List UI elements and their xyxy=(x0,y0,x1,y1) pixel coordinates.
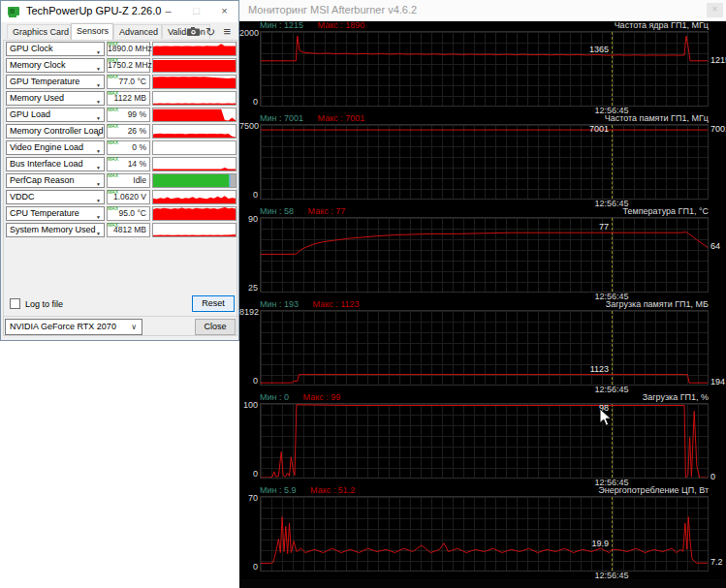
sensors-tab-page: GPU Clock ▼ MAX 1890.0 MHz Memory Clock … xyxy=(3,40,237,336)
max-tag: MAX xyxy=(108,140,118,145)
sensor-select-dropdown[interactable]: PerfCap Reason ▼ xyxy=(6,173,105,188)
sensor-row: Memory Used ▼ MAX 1122 MB xyxy=(4,90,237,107)
tab-graphics-card[interactable]: Graphics Card xyxy=(7,24,71,39)
y-axis-max-label: 70 xyxy=(239,493,258,503)
gpuz-window-title: TechPowerUp GPU-Z 2.26.0 xyxy=(26,5,161,16)
tab-advanced[interactable]: Advanced xyxy=(113,24,162,39)
monitor-panel: Мин : 193 Макс : 1123 Загрузка памяти ГП… xyxy=(239,300,726,393)
sensor-row: Video Engine Load ▼ MAX 0 % xyxy=(4,139,237,156)
mouse-cursor xyxy=(599,408,613,427)
max-tag: MAX xyxy=(108,223,118,228)
y-axis-max-label: 100 xyxy=(239,400,258,410)
log-to-file-checkbox[interactable] xyxy=(10,298,20,309)
sensor-row: System Memory Used ▼ MAX 4812 MB xyxy=(4,222,237,238)
sensor-label: Memory Clock xyxy=(10,60,66,70)
sensor-row: Bus Interface Load ▼ MAX 14 % xyxy=(4,156,237,172)
sensor-row: Memory Controller Load ▼ MAX 26 % xyxy=(4,123,237,139)
reset-button[interactable]: Reset xyxy=(192,295,235,312)
marker-value-label: 19.9 xyxy=(591,539,609,548)
dropdown-arrow-icon: ▼ xyxy=(96,228,101,237)
tab-sensors[interactable]: Sensors xyxy=(71,23,113,40)
y-axis-min-label: 0 xyxy=(241,97,258,107)
gpuz-close-button[interactable]: Close xyxy=(195,319,236,335)
sensor-label: Video Engine Load xyxy=(10,142,83,152)
marker-value-label: 7001 xyxy=(589,124,609,134)
sensor-select-dropdown[interactable]: GPU Temperature ▼ xyxy=(6,75,105,89)
panel-stats-header: Мин : 1215 Макс : 1890 xyxy=(260,21,364,30)
max-tag: MAX xyxy=(108,75,118,79)
sensor-select-dropdown[interactable]: Bus Interface Load ▼ xyxy=(6,157,105,171)
y-axis-min-label: 25 xyxy=(241,283,258,293)
sensor-row: GPU Clock ▼ MAX 1890.0 MHz xyxy=(4,41,237,57)
max-tag: MAX xyxy=(108,190,118,195)
current-value-label: 1215 xyxy=(710,55,726,65)
minimize-button[interactable]: – xyxy=(154,1,182,21)
close-button[interactable]: × xyxy=(210,1,238,21)
sensor-select-dropdown[interactable]: VDDC ▼ xyxy=(6,190,105,204)
max-tag: MAX xyxy=(108,173,118,178)
sensor-select-dropdown[interactable]: CPU Temperature ▼ xyxy=(6,206,105,221)
graph-plot xyxy=(260,124,709,200)
afterburner-close-button[interactable]: × xyxy=(707,3,723,17)
marker-value-label: 77 xyxy=(599,222,609,232)
sensor-select-dropdown[interactable]: Memory Controller Load ▼ xyxy=(6,124,105,139)
refresh-icon[interactable]: ↻ xyxy=(205,25,215,39)
gpu-select-value: NVIDIA GeForce RTX 2070 xyxy=(10,322,116,331)
sensor-mini-graph xyxy=(152,108,237,122)
dropdown-arrow-icon: ▼ xyxy=(96,211,101,221)
gpuz-footer: NVIDIA GeForce RTX 2070 ∨ Close xyxy=(4,316,238,337)
sensor-label: Bus Interface Load xyxy=(10,159,83,169)
current-value-label: 194 xyxy=(710,377,725,387)
monitor-panel: Мин : 1215 Макс : 1890 Частота ядра ГП1,… xyxy=(239,21,726,114)
dropdown-arrow-icon: ▼ xyxy=(96,195,101,204)
max-stat-label: Макс : 99 xyxy=(303,392,341,402)
sensor-mini-graph xyxy=(152,58,237,73)
max-tag: MAX xyxy=(108,42,118,46)
min-stat-label: Мин : 0 xyxy=(260,392,289,402)
min-stat-label: Мин : 193 xyxy=(260,299,299,309)
sensor-mini-graph xyxy=(152,206,237,221)
menu-icon[interactable]: ≡ xyxy=(223,25,231,39)
panel-title: Температура ГП1, °C xyxy=(623,207,709,216)
max-tag: MAX xyxy=(108,91,118,96)
desktop: TechPowerUp GPU-Z 2.26.0 – □ × Graphics … xyxy=(0,0,726,588)
sensor-row: PerfCap Reason ▼ MAX Idle xyxy=(4,172,237,189)
sensor-select-dropdown[interactable]: System Memory Used ▼ xyxy=(6,223,105,237)
y-axis-min-label: 0 xyxy=(241,376,258,386)
max-stat-label: Макс : 1890 xyxy=(318,20,365,30)
panel-title: Энергопотребление ЦП, Вт xyxy=(598,486,709,495)
sensor-select-dropdown[interactable]: Memory Used ▼ xyxy=(6,91,105,106)
graph-plot xyxy=(260,310,709,386)
gpu-select-dropdown[interactable]: NVIDIA GeForce RTX 2070 ∨ xyxy=(5,319,142,335)
max-stat-label: Макс : 51.2 xyxy=(310,485,355,495)
max-stat-label: Макс : 1123 xyxy=(313,299,360,309)
dropdown-arrow-icon: ▼ xyxy=(96,162,101,171)
panel-stats-header: Мин : 0 Макс : 99 xyxy=(260,393,340,402)
afterburner-window-title: Мониторинг MSI Afterburner v4.6.2 xyxy=(248,4,417,15)
y-axis-min-label: 0 xyxy=(241,469,258,479)
dropdown-arrow-icon: ▼ xyxy=(96,145,101,155)
dropdown-arrow-icon: ▼ xyxy=(96,178,101,188)
panel-title: Загрузка ГП1, % xyxy=(643,393,709,402)
max-tag: MAX xyxy=(108,124,118,129)
sensor-mini-graph xyxy=(152,157,237,171)
sensor-select-dropdown[interactable]: Video Engine Load ▼ xyxy=(6,140,105,155)
screenshot-camera-icon[interactable] xyxy=(187,27,200,36)
sensor-label: GPU Load xyxy=(10,109,50,119)
sensor-select-dropdown[interactable]: GPU Load ▼ xyxy=(6,108,105,122)
gpuz-tab-bar: Graphics Card Sensors Advanced Validatio… xyxy=(3,23,238,40)
graph-plot xyxy=(260,31,709,107)
monitor-panel: Мин : 0 Макс : 99 Загрузка ГП1, % 100 0 … xyxy=(239,393,726,486)
sensor-row: GPU Temperature ▼ MAX 77.0 °C xyxy=(4,74,237,90)
panel-title: Частота памяти ГП1, МГц xyxy=(605,114,709,123)
sensor-select-dropdown[interactable]: Memory Clock ▼ xyxy=(6,58,105,73)
dropdown-arrow-icon: ▼ xyxy=(96,79,101,89)
log-to-file-label: Log to file xyxy=(25,299,63,309)
tab-validation[interactable]: Validation xyxy=(162,24,210,39)
sensor-select-dropdown[interactable]: GPU Clock ▼ xyxy=(6,42,105,56)
max-tag: MAX xyxy=(108,157,118,162)
sensor-mini-graph xyxy=(152,223,237,237)
y-axis-max-label: 90 xyxy=(239,214,258,224)
sensor-mini-graph xyxy=(152,140,237,155)
sensor-list: GPU Clock ▼ MAX 1890.0 MHz Memory Clock … xyxy=(4,41,237,238)
